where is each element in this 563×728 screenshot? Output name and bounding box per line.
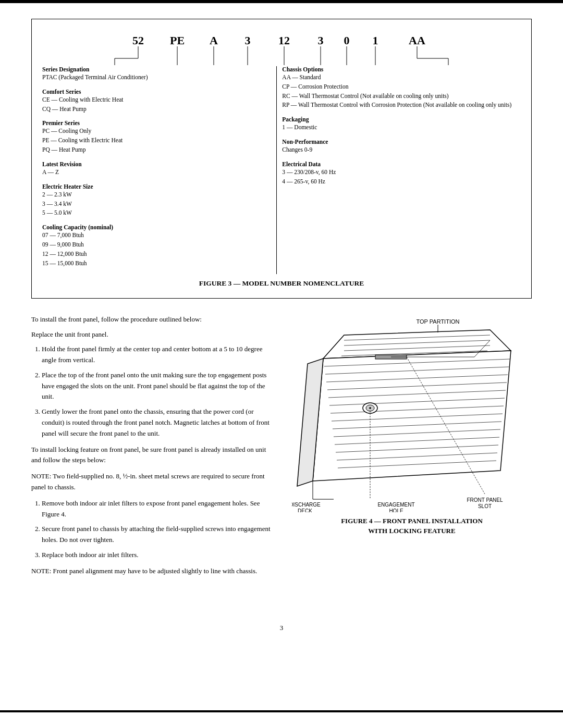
svg-text:1: 1 <box>373 34 378 47</box>
replace-line: Replace the unit front panel. <box>31 330 276 339</box>
packaging-block: Packaging 1 — Domestic <box>282 116 521 132</box>
cooling-cap-item-2: 12 — 12,000 Btuh <box>42 250 271 259</box>
premier-series-item-2: PQ — Heat Pump <box>42 145 271 155</box>
figure4-caption: FIGURE 4 — FRONT PANEL INSTALLATION WITH… <box>341 516 483 535</box>
svg-text:TOP PARTITION: TOP PARTITION <box>417 318 460 325</box>
text-column: To install the front panel, follow the p… <box>31 314 276 582</box>
comfort-series-item-0: CE — Cooling with Electric Heat <box>42 95 271 105</box>
packaging-label: Packaging <box>282 116 521 122</box>
locking-step-3: Replace both indoor air inlet filters. <box>42 550 276 561</box>
premier-series-item-0: PC — Cooling Only <box>42 127 271 136</box>
premier-series-block: Premier Series PC — Cooling Only PE — Co… <box>42 120 271 154</box>
cooling-cap-item-3: 15 — 15,000 Btuh <box>42 259 271 268</box>
svg-text:12: 12 <box>278 34 290 47</box>
locking-step-1: Remove both indoor air inlet filters to … <box>42 498 276 520</box>
svg-text:SLOT: SLOT <box>478 503 492 509</box>
locking-step-2: Secure front panel to chassis by attachi… <box>42 524 276 546</box>
series-designation-label: Series Designation <box>42 66 271 72</box>
chassis-opt-item-0: AA — Standard <box>282 73 521 82</box>
step-1: Hold the front panel firmly at the cente… <box>42 344 276 366</box>
note1-label: NOTE: Two field-supplied no. 8, ½-in. sh… <box>31 472 265 491</box>
note2: NOTE: Front panel alignment may have to … <box>31 566 276 577</box>
electrical-data-item-1: 4 — 265-v, 60 Hz <box>282 177 521 187</box>
chassis-opt-item-3: RP — Wall Thermostat Control with Corros… <box>282 101 521 110</box>
locking-steps: Remove both indoor air inlet filters to … <box>42 498 276 561</box>
latest-revision-block: Latest Revision A — Z <box>42 161 271 177</box>
non-performance-item-0: Changes 0-9 <box>282 145 521 155</box>
svg-text:A: A <box>210 34 218 47</box>
step-3: Gently lower the front panel onto the ch… <box>42 406 276 439</box>
figure4-column: TOP PARTITION <box>292 314 532 582</box>
figure4-caption-line2: WITH LOCKING FEATURE <box>368 527 455 535</box>
electric-heater-block: Electric Heater Size 2 — 2.3 kW 3 — 3.4 … <box>42 183 271 218</box>
figure3-section: 52 PE A 3 12 3 0 1 AA <box>31 19 532 299</box>
comfort-series-block: Comfort Series CE — Cooling with Electri… <box>42 89 271 114</box>
left-info: Series Designation PTAC (Packaged Termin… <box>42 66 271 274</box>
electric-heater-item-2: 5 — 5.0 kW <box>42 208 271 218</box>
premier-series-item-1: PE — Cooling with Electric Heat <box>42 136 271 145</box>
main-content: To install the front panel, follow the p… <box>31 314 532 582</box>
svg-text:ENGAGEMENT: ENGAGEMENT <box>377 502 414 508</box>
locking-intro: To install locking feature on front pane… <box>31 445 276 466</box>
model-code-lines: 52 PE A 3 12 3 0 1 AA <box>109 30 454 66</box>
svg-text:PE: PE <box>170 34 185 47</box>
series-designation-block: Series Designation PTAC (Packaged Termin… <box>42 66 271 82</box>
figure4-svg: TOP PARTITION <box>292 314 532 512</box>
comfort-series-label: Comfort Series <box>42 89 271 95</box>
electric-heater-item-0: 2 — 2.3 kW <box>42 190 271 200</box>
electrical-data-item-0: 3 — 230/208-v, 60 Hz <box>282 168 521 177</box>
electrical-data-block: Electrical Data 3 — 230/208-v, 60 Hz 4 —… <box>282 161 521 187</box>
page-number: 3 <box>0 624 563 632</box>
page: 52 PE A 3 12 3 0 1 AA <box>0 0 563 728</box>
vertical-divider <box>276 66 277 274</box>
cooling-capacity-label: Cooling Capacity (nominal) <box>42 224 271 230</box>
latest-revision-item-0: A — Z <box>42 168 271 177</box>
series-designation-item-0: PTAC (Packaged Terminal Air Conditioner) <box>42 73 271 82</box>
svg-text:3: 3 <box>245 34 251 47</box>
svg-text:52: 52 <box>132 34 144 47</box>
cooling-capacity-block: Cooling Capacity (nominal) 07 — 7,000 Bt… <box>42 224 271 268</box>
packaging-item-0: 1 — Domestic <box>282 123 521 132</box>
svg-text:DECK: DECK <box>298 508 312 512</box>
chassis-options-block: Chassis Options AA — Standard CP — Corro… <box>282 66 521 110</box>
svg-text:DISCHARGE: DISCHARGE <box>292 502 321 508</box>
intro-paragraph: To install the front panel, follow the p… <box>31 314 276 325</box>
chassis-opt-item-2: RC — Wall Thermostat Control (Not availa… <box>282 92 521 101</box>
latest-revision-label: Latest Revision <box>42 161 271 167</box>
svg-text:HOLE: HOLE <box>389 508 403 512</box>
svg-text:0: 0 <box>344 34 350 47</box>
electrical-data-label: Electrical Data <box>282 161 521 167</box>
non-performance-label: Non-Performance <box>282 139 521 145</box>
electric-heater-item-1: 3 — 3.4 kW <box>42 200 271 209</box>
cooling-cap-item-0: 07 — 7,000 Btuh <box>42 231 271 240</box>
nomenclature-columns: Series Designation PTAC (Packaged Termin… <box>42 66 521 274</box>
cooling-cap-item-1: 09 — 9,000 Btuh <box>42 240 271 250</box>
step-2: Place the top of the front panel onto th… <box>42 370 276 402</box>
figure3-caption: FIGURE 3 — MODEL NUMBER NOMENCLATURE <box>42 279 521 288</box>
bottom-border <box>0 710 563 712</box>
svg-text:AA: AA <box>409 34 425 47</box>
comfort-series-item-1: CQ — Heat Pump <box>42 105 271 114</box>
premier-series-label: Premier Series <box>42 120 271 126</box>
chassis-options-label: Chassis Options <box>282 66 521 72</box>
right-info: Chassis Options AA — Standard CP — Corro… <box>282 66 521 274</box>
chassis-opt-item-1: CP — Corrosion Protection <box>282 82 521 92</box>
install-steps: Hold the front panel firmly at the cente… <box>42 344 276 439</box>
svg-text:3: 3 <box>318 34 324 47</box>
note1: NOTE: Two field-supplied no. 8, ½-in. sh… <box>31 471 276 493</box>
electric-heater-label: Electric Heater Size <box>42 183 271 190</box>
non-performance-block: Non-Performance Changes 0-9 <box>282 139 521 155</box>
svg-text:FRONT PANEL: FRONT PANEL <box>467 497 503 503</box>
figure4-caption-line1: FIGURE 4 — FRONT PANEL INSTALLATION <box>341 517 483 525</box>
